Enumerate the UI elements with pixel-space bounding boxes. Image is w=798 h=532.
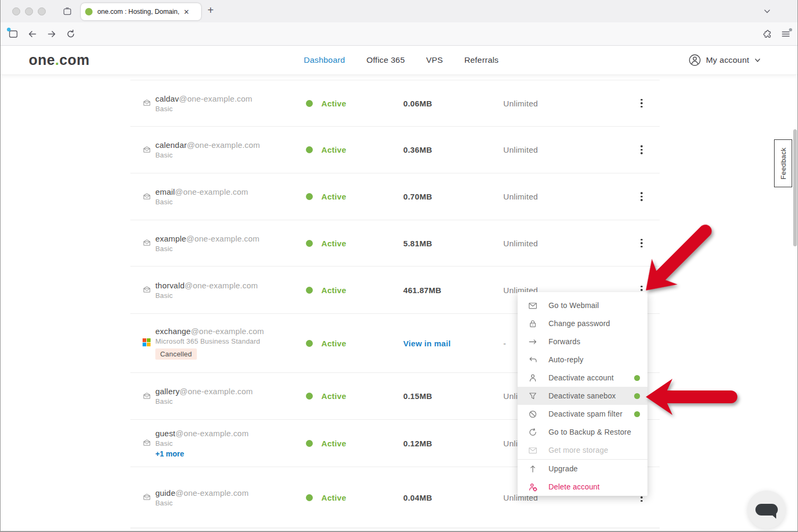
traffic-light-close-button[interactable] xyxy=(12,7,20,15)
status-label: Active xyxy=(321,493,346,502)
enabled-status-dot xyxy=(634,375,640,381)
status-label: Active xyxy=(321,392,346,401)
nav-office-365[interactable]: Office 365 xyxy=(367,55,405,65)
feedback-tab[interactable]: Feedback xyxy=(774,139,792,187)
menu-hamburger-icon[interactable] xyxy=(781,29,791,39)
row-kebab-menu-icon[interactable] xyxy=(636,237,647,249)
menu-item-label: Auto-reply xyxy=(548,355,584,364)
status-label: Active xyxy=(321,192,346,201)
feedback-label: Feedback xyxy=(779,147,787,179)
menu-item-go-to-webmail[interactable]: Go to Webmail xyxy=(518,296,647,314)
menu-item-get-more-storage[interactable]: Get more storage xyxy=(518,441,647,459)
menu-item-deactivate-sanebox[interactable]: Deactivate sanebox xyxy=(518,387,647,405)
reload-button[interactable] xyxy=(66,29,76,39)
envelope-icon xyxy=(528,301,537,310)
status-cell: Active xyxy=(306,99,346,108)
menu-item-deactivate-account[interactable]: Deactivate account xyxy=(518,369,647,387)
menu-item-label: Forwards xyxy=(548,337,580,346)
account-domain: @one-example.com xyxy=(175,187,248,196)
size-value: 5.81MB xyxy=(403,239,432,248)
traffic-light-minimize-button[interactable] xyxy=(25,7,33,15)
account-user: exchange xyxy=(155,327,191,336)
back-button[interactable] xyxy=(28,29,37,39)
menu-item-label: Get more storage xyxy=(548,446,608,454)
chat-widget-button[interactable] xyxy=(747,491,786,529)
size-value: 0.04MB xyxy=(403,493,432,502)
logo-dot: . xyxy=(55,52,60,68)
status-cell: Active xyxy=(306,392,346,401)
menu-item-label: Deactivate account xyxy=(548,373,614,382)
account-user: example xyxy=(155,234,186,243)
menu-item-auto-reply[interactable]: Auto-reply xyxy=(518,351,647,369)
status-label: Active xyxy=(321,439,346,448)
view-in-mail-link[interactable]: View in mail xyxy=(403,339,451,348)
account-domain: @one-example.com xyxy=(180,387,253,396)
nav-referrals[interactable]: Referrals xyxy=(464,55,499,65)
account-plan: Basic xyxy=(155,499,248,507)
nav-dashboard[interactable]: Dashboard xyxy=(304,55,345,65)
account-domain: @one-example.com xyxy=(191,327,264,336)
account-chevron-down-icon xyxy=(754,56,761,64)
forward-button[interactable] xyxy=(47,29,56,39)
table-row: calendar@one-example.com Basic Active 0.… xyxy=(130,126,660,173)
quota-cell: - xyxy=(503,339,506,348)
notification-dot xyxy=(7,28,11,31)
firefox-view-icon[interactable] xyxy=(9,29,18,39)
status-dot xyxy=(306,193,313,200)
size-value: 0.15MB xyxy=(403,392,432,401)
menu-item-change-password[interactable]: Change password xyxy=(518,314,647,332)
status-dot xyxy=(306,494,313,501)
enabled-status-dot xyxy=(634,411,640,417)
row-kebab-menu-icon[interactable] xyxy=(636,97,647,109)
account-domain: @one-example.com xyxy=(186,234,260,243)
status-label: Active xyxy=(321,99,346,108)
tab-manager-icon[interactable] xyxy=(63,7,72,16)
more-link[interactable]: +1 more xyxy=(155,450,248,458)
account-plan: Basic xyxy=(155,198,248,206)
site-favicon xyxy=(85,8,93,15)
menu-item-go-to-backup-restore[interactable]: Go to Backup & Restore xyxy=(518,423,647,441)
status-label: Active xyxy=(321,339,346,348)
menu-item-delete-account[interactable]: Delete account xyxy=(518,478,647,496)
new-tab-button[interactable]: + xyxy=(207,4,214,16)
menu-item-upgrade[interactable]: Upgrade xyxy=(518,460,647,478)
account-user: caldav xyxy=(155,94,179,103)
my-account-menu[interactable]: My account xyxy=(688,46,761,74)
extensions-icon[interactable] xyxy=(763,29,772,39)
row-kebab-menu-icon[interactable] xyxy=(636,144,647,156)
account-user: thorvald xyxy=(155,281,185,290)
quota-cell: Unlimited xyxy=(503,145,538,154)
size-value: 0.70MB xyxy=(403,192,432,201)
mailbox-icon xyxy=(143,98,152,108)
arrow-right-icon xyxy=(528,337,537,346)
one-com-logo[interactable]: one.com xyxy=(29,52,90,69)
menu-item-label: Upgrade xyxy=(548,464,578,473)
account-user: calendar xyxy=(155,140,187,149)
account-name-cell: guide@one-example.com Basic xyxy=(155,488,248,507)
envelope-icon xyxy=(528,446,537,455)
traffic-light-zoom-button[interactable] xyxy=(38,7,46,15)
status-dot xyxy=(306,393,313,400)
cancelled-badge: Cancelled xyxy=(155,348,197,360)
menu-item-deactivate-spam-filter[interactable]: Deactivate spam filter xyxy=(518,405,647,423)
account-domain: @one-example.com xyxy=(176,488,249,497)
browser-tab[interactable]: one.com : Hosting, Domain, Ema ✕ xyxy=(81,3,201,20)
site-header: one.com Dashboard Office 365 VPS Referra… xyxy=(1,46,797,74)
status-cell: Active xyxy=(306,339,346,348)
account-plan: Basic xyxy=(155,105,252,113)
account-name-cell: guest@one-example.com Basic +1 more xyxy=(155,429,248,458)
tab-list-chevron-icon[interactable] xyxy=(763,7,771,15)
tab-close-icon[interactable]: ✕ xyxy=(184,8,189,16)
chat-bubble-icon xyxy=(755,504,778,516)
mailbox-icon xyxy=(143,238,152,248)
size-value: 461.87MB xyxy=(403,286,442,295)
arrow-up-icon xyxy=(528,464,537,473)
account-name-cell: exchange@one-example.com Microsoft 365 B… xyxy=(155,327,264,360)
menu-item-forwards[interactable]: Forwards xyxy=(518,332,647,351)
menu-item-label: Deactivate sanebox xyxy=(548,392,616,400)
row-kebab-menu-icon[interactable] xyxy=(636,191,647,203)
scrollbar-thumb[interactable] xyxy=(793,129,797,246)
nav-vps[interactable]: VPS xyxy=(426,55,443,65)
status-dot xyxy=(306,340,313,347)
status-dot xyxy=(306,146,313,153)
